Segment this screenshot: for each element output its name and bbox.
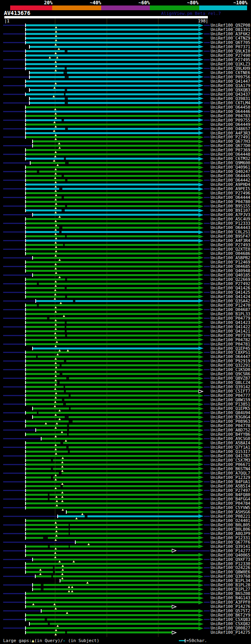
alignment-bar[interactable] <box>26 403 198 405</box>
alignment-bar[interactable] <box>26 201 198 203</box>
track-label[interactable]: UniRef100_Q9XF73 <box>211 557 250 562</box>
alignment-bar[interactable] <box>26 356 198 358</box>
track-label[interactable]: UniRef100_Q41422 <box>211 325 250 329</box>
alignment-bar[interactable] <box>76 541 198 543</box>
alignment-bar[interactable] <box>33 274 198 276</box>
alignment-bar[interactable] <box>26 481 198 483</box>
alignment-bar[interactable] <box>26 369 198 371</box>
alignment-bar[interactable] <box>26 627 198 629</box>
alignment-bar[interactable] <box>26 240 198 242</box>
alignment-bar[interactable] <box>26 80 198 82</box>
alignment-bar[interactable] <box>26 291 198 293</box>
alignment-bar[interactable] <box>26 192 198 194</box>
alignment-bar[interactable] <box>67 511 198 513</box>
track-label[interactable]: UniRef100_Q39831 <box>211 96 250 101</box>
alignment-bar[interactable] <box>26 33 198 35</box>
alignment-bar[interactable] <box>26 124 198 126</box>
alignment-bar[interactable] <box>58 515 198 517</box>
alignment-bar[interactable] <box>30 89 198 91</box>
alignment-bar[interactable] <box>26 42 198 44</box>
alignment-bar[interactable] <box>26 533 198 535</box>
alignment-bar[interactable] <box>26 351 198 353</box>
alignment-bar[interactable] <box>26 85 198 87</box>
alignment-bar[interactable] <box>26 520 198 522</box>
alignment-bar[interactable] <box>26 386 198 388</box>
track-label[interactable]: UniRef100_P04779 <box>211 316 250 320</box>
alignment-bar[interactable] <box>26 93 198 95</box>
alignment-bar[interactable] <box>26 50 198 52</box>
alignment-bar[interactable] <box>26 296 198 298</box>
alignment-bar[interactable] <box>26 330 198 332</box>
alignment-bar[interactable] <box>26 222 198 224</box>
alignment-bar[interactable] <box>26 313 198 315</box>
alignment-bar[interactable] <box>26 550 172 552</box>
alignment-bar[interactable] <box>26 171 198 173</box>
alignment-bar[interactable] <box>26 158 198 160</box>
alignment-bar[interactable] <box>26 442 198 444</box>
alignment-bar[interactable] <box>26 106 198 108</box>
alignment-bar[interactable] <box>33 416 198 418</box>
alignment-bar[interactable] <box>26 425 198 427</box>
alignment-bar[interactable] <box>26 322 198 324</box>
alignment-bar[interactable] <box>26 614 198 616</box>
alignment-bar[interactable] <box>33 408 198 409</box>
alignment-bar[interactable] <box>26 507 198 509</box>
alignment-bar[interactable] <box>26 420 198 422</box>
alignment-bar[interactable] <box>26 631 172 633</box>
track-label[interactable]: UniRef100_Q41421 <box>211 329 250 333</box>
track-label[interactable]: UniRef100_P12331 <box>211 536 250 540</box>
track-label[interactable]: UniRef100_O64449 <box>211 122 250 127</box>
alignment-bar[interactable] <box>30 72 198 74</box>
track-label[interactable]: UniRef100_P09755 <box>211 118 250 122</box>
alignment-bar[interactable] <box>26 55 198 56</box>
alignment-bar[interactable] <box>26 571 198 573</box>
alignment-bar[interactable] <box>26 619 198 620</box>
alignment-bar[interactable] <box>26 373 198 375</box>
alignment-bar[interactable] <box>26 498 198 500</box>
alignment-bar[interactable] <box>26 412 198 414</box>
track-label[interactable]: UniRef100_P04782 <box>211 338 250 342</box>
alignment-bar[interactable] <box>26 472 198 474</box>
alignment-bar[interactable] <box>26 377 198 379</box>
alignment-bar[interactable] <box>26 278 198 280</box>
alignment-bar[interactable] <box>33 588 198 590</box>
alignment-bar[interactable] <box>26 29 198 31</box>
alignment-bar[interactable] <box>33 558 198 560</box>
alignment-bar[interactable] <box>26 446 198 448</box>
alignment-bar[interactable] <box>26 136 198 138</box>
alignment-bar[interactable] <box>26 287 198 289</box>
alignment-bar[interactable] <box>26 67 198 69</box>
alignment-bar[interactable] <box>26 335 198 337</box>
track-label[interactable]: UniRef100_B0L806 <box>211 527 250 531</box>
alignment-bar[interactable] <box>26 464 198 466</box>
track-label[interactable]: UniRef100_Q41423 <box>211 320 250 325</box>
track-label[interactable]: UniRef100_Q39141 <box>211 544 250 549</box>
alignment-bar[interactable] <box>26 37 198 39</box>
alignment-bar[interactable] <box>26 196 198 198</box>
alignment-bar[interactable] <box>26 537 198 539</box>
track-label[interactable]: UniRef100_Q40065 <box>211 553 250 557</box>
track-label[interactable]: UniRef100_A8QJP9 <box>211 531 250 536</box>
alignment-bar[interactable] <box>26 528 198 530</box>
alignment-bar[interactable] <box>26 266 198 267</box>
track-label[interactable]: UniRef100_P04783 <box>211 114 250 118</box>
alignment-bar[interactable] <box>26 153 198 155</box>
alignment-bar[interactable] <box>26 166 198 168</box>
alignment-bar[interactable] <box>26 390 198 392</box>
alignment-bar[interactable] <box>30 46 198 48</box>
alignment-bar[interactable] <box>33 145 198 147</box>
alignment-bar[interactable] <box>33 257 198 259</box>
track-label[interactable]: UniRef100_Q677F6 <box>211 540 250 544</box>
alignment-bar[interactable] <box>30 623 198 625</box>
track-label[interactable]: UniRef100_P07370 <box>211 333 250 338</box>
alignment-bar[interactable] <box>30 76 198 78</box>
alignment-bar[interactable] <box>42 610 198 612</box>
alignment-bar[interactable] <box>26 309 198 311</box>
alignment-bar[interactable] <box>26 205 198 207</box>
alignment-bar[interactable] <box>26 218 198 220</box>
alignment-bar[interactable] <box>26 317 198 319</box>
track-label[interactable]: UniRef100_P04781 <box>211 342 250 346</box>
alignment-bar[interactable] <box>26 283 198 285</box>
alignment-bar[interactable] <box>26 24 198 26</box>
alignment-bar[interactable] <box>26 128 198 130</box>
